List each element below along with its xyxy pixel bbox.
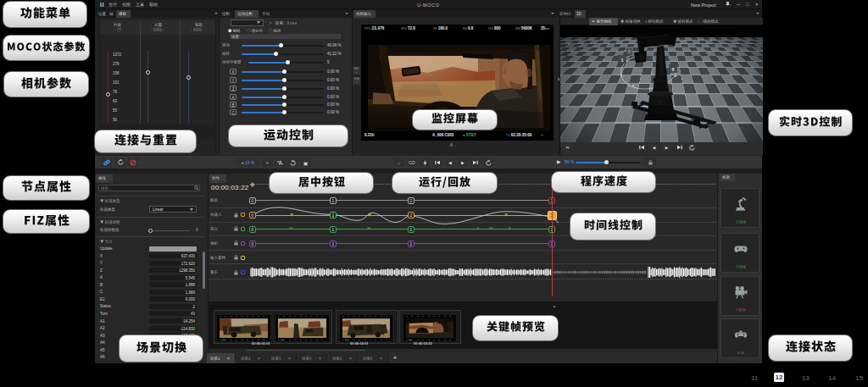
svg-text:0: 0 xyxy=(671,67,674,72)
svg-text:U: U xyxy=(659,99,662,103)
svg-text:0: 0 xyxy=(628,50,631,54)
svg-text:1: 1 xyxy=(620,58,623,63)
